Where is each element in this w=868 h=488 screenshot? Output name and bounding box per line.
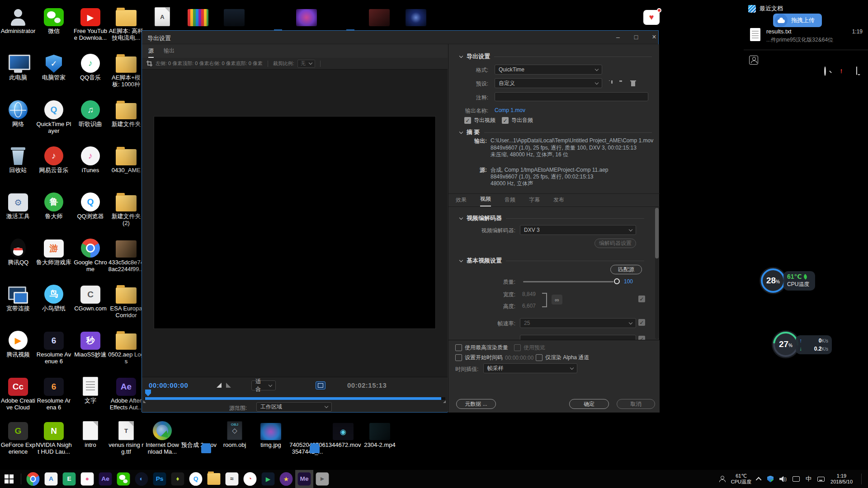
desktop-icon[interactable]: AeAdobe After Effects Aut...	[108, 375, 144, 411]
desktop-icon[interactable]	[288, 5, 325, 26]
tab-输出[interactable]: 输出	[164, 47, 175, 57]
export-audio-checkbox[interactable]: ✓ 导出音频	[502, 117, 533, 124]
clipped-row-checkbox[interactable]: ✓	[638, 336, 645, 340]
framerate-dropdown[interactable]: 25	[520, 318, 636, 328]
dialog-titlebar[interactable]: 导出设置 – □ ×	[142, 31, 658, 44]
minimize-button[interactable]: –	[609, 31, 627, 43]
scrollbar[interactable]	[655, 208, 659, 339]
desktop-icon[interactable]: ▶Free YouTube Downloa...	[72, 5, 108, 41]
settings-tab-效果[interactable]: 效果	[456, 196, 467, 206]
desktop-icon[interactable]: 此电脑	[0, 52, 36, 81]
desktop-icon[interactable]: ▶腾讯视频	[0, 329, 36, 358]
volume-icon[interactable]: )))	[779, 476, 787, 482]
video-codec-section-header[interactable]: 视频编解码器	[460, 214, 644, 222]
desktop-icon[interactable]: ◉1344672.mov	[325, 419, 361, 448]
output-name-link[interactable]: Comp 1.mov	[495, 107, 525, 113]
people-icon[interactable]	[719, 476, 725, 482]
desktop-icon[interactable]	[361, 5, 397, 26]
format-dropdown[interactable]: QuickTime	[495, 65, 602, 75]
desktop-icon[interactable]: ♪iTunes	[72, 145, 108, 174]
export-settings-section-header[interactable]: 导出设置	[460, 52, 652, 61]
chat-icon[interactable]	[856, 66, 857, 75]
time-interpolation-dropdown[interactable]: 帧采样	[483, 363, 577, 373]
taskbar-app-game[interactable]: ★	[277, 470, 295, 488]
use-preview-checkbox[interactable]: 使用预览	[514, 344, 545, 352]
desktop-icon[interactable]	[325, 5, 361, 26]
taskbar-app-pink[interactable]: ●	[78, 470, 96, 488]
comment-input[interactable]	[495, 92, 648, 101]
desktop-icon[interactable]: 微信	[36, 5, 72, 34]
playhead[interactable]	[145, 389, 151, 396]
desktop-icon[interactable]: 6Resolume Arena 6	[36, 375, 72, 411]
quality-slider-track[interactable]	[523, 281, 613, 282]
desktop-icon[interactable]: A	[144, 5, 180, 26]
desktop-icon[interactable]: 秒MiaoSS妙速	[72, 329, 108, 358]
taskbar-photoshop[interactable]: Ps	[151, 470, 169, 488]
desktop-icon[interactable]: ♪QQ音乐	[72, 52, 108, 81]
crop-field[interactable]: 左侧:0像素	[156, 61, 182, 66]
heart-widget[interactable]: ♥	[643, 10, 660, 25]
match-source-button[interactable]: 匹配源	[610, 265, 642, 274]
timeline[interactable]	[142, 393, 448, 403]
taskbar-app-music[interactable]: ◔	[241, 470, 259, 488]
taskbar-app-blue-a[interactable]: A	[42, 470, 60, 488]
desktop-icon[interactable]: CcAdobe Creative Cloud	[0, 375, 36, 411]
cpu-temp-bubble[interactable]: 61℃ CPU温度	[783, 271, 815, 291]
quality-slider-knob[interactable]	[614, 278, 620, 284]
cancel-button[interactable]: 取消	[617, 399, 655, 409]
desktop-icon[interactable]	[180, 5, 216, 26]
desktop-icon[interactable]	[253, 5, 289, 26]
preview-image[interactable]	[154, 117, 435, 328]
taskbar-app-wave[interactable]: ≈	[223, 470, 241, 488]
basic-video-section-header[interactable]: 基本视频设置	[460, 257, 644, 265]
security-shield-icon[interactable]	[767, 476, 774, 483]
clock[interactable]: 1:192018/5/10	[830, 473, 853, 485]
desktop-icon[interactable]: 0430_AME	[108, 145, 144, 174]
network-speed-bubble[interactable]: ↑0K/s ↓0.2K/s	[796, 335, 832, 354]
video-codec-dropdown[interactable]: DXV 3	[520, 225, 636, 235]
start-button[interactable]	[0, 470, 18, 488]
desktop-icon[interactable]: ✓电脑管家	[36, 52, 72, 81]
taskbar-media-encoder[interactable]: Me	[295, 470, 313, 488]
desktop-icon[interactable]: 回收站	[0, 145, 36, 174]
source-range-dropdown[interactable]: 工作区域	[256, 402, 332, 412]
desktop-icon[interactable]: 宽带连接	[0, 283, 36, 312]
lock-aspect-checkbox[interactable]: ✓	[638, 296, 645, 302]
desktop-icon[interactable]: AE脚本: 高科技电流电...	[108, 5, 144, 41]
desktop-icon[interactable]: 0502.aep Logs	[108, 329, 144, 365]
taskbar-chrome[interactable]	[24, 470, 42, 488]
desktop-icon[interactable]: GGeForce Experience	[0, 419, 36, 455]
desktop-icon[interactable]	[398, 5, 434, 26]
desktop-icon[interactable]: ♪网易云音乐	[36, 145, 72, 174]
crop-ratio-dropdown[interactable]: 无	[297, 60, 315, 68]
settings-tab-视频[interactable]: 视频	[480, 195, 491, 206]
taskbar-app-grey[interactable]: ►	[313, 470, 331, 488]
desktop-icon[interactable]: 鸟小鸟壁纸	[36, 283, 72, 312]
desktop-icon[interactable]: 6Resolume Avenue 6	[36, 329, 72, 365]
touch-keyboard-icon[interactable]	[817, 477, 825, 482]
desktop-icon[interactable]: QQuickTime Player	[36, 99, 72, 134]
summary-section-header[interactable]: 摘 要	[460, 128, 652, 136]
taskbar-qq-browser[interactable]: Q	[187, 470, 205, 488]
desktop-icon[interactable]: ESA Europa Corridor	[108, 283, 144, 319]
max-render-quality-checkbox[interactable]: 使用最高渲染质量	[455, 344, 508, 352]
clipped-row-dropdown[interactable]	[520, 335, 636, 340]
desktop-icon[interactable]: 网络	[0, 99, 36, 127]
account-icon[interactable]	[749, 56, 758, 65]
tablet-icon[interactable]	[793, 476, 800, 482]
settings-tab-发布[interactable]: 发布	[553, 196, 564, 206]
desktop-icon[interactable]: Internet Download Ma...	[144, 419, 180, 455]
desktop-icon[interactable]: ◇room.obj	[217, 419, 253, 448]
crop-icon[interactable]	[146, 61, 152, 66]
ok-button[interactable]: 确定	[569, 399, 609, 409]
search-icon[interactable]	[824, 66, 826, 76]
crop-field[interactable]: 右侧:0像素	[209, 61, 236, 66]
desktop-icon[interactable]: intro	[72, 419, 108, 448]
desktop-icon[interactable]	[216, 5, 252, 26]
export-video-checkbox[interactable]: ✓ 导出视频	[464, 117, 495, 124]
desktop-icon[interactable]: 游鲁大师游戏库	[36, 237, 72, 266]
desktop-icon[interactable]: 740520405063547442_...	[289, 419, 326, 455]
taskbar-wechat[interactable]	[114, 470, 132, 488]
metadata-button[interactable]: 元数据 ...	[456, 399, 496, 409]
desktop-icon[interactable]: QQQ浏览器	[72, 191, 108, 220]
